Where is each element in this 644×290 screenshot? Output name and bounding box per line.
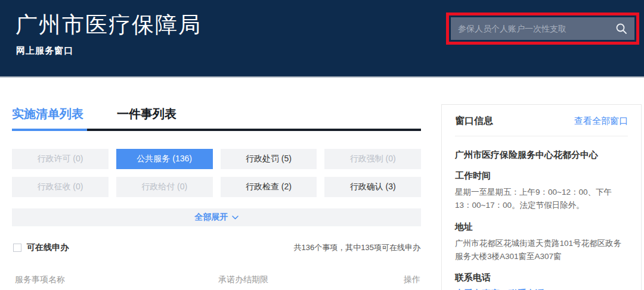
category-filter-grid: 行政许可 (0) 公共服务 (136) 行政处罚 (5) 行政强制 (0) 行政…: [12, 149, 421, 197]
page-header: 广州市医疗保障局 网上服务窗口: [0, 0, 644, 77]
filter-xingzheng-qiangzhi[interactable]: 行政强制 (0): [324, 149, 421, 169]
service-center-name: 广州市医疗保险服务中心花都分中心: [455, 149, 628, 161]
site-title: 广州市医疗保障局: [16, 10, 202, 40]
online-filter-row: 可在线申办 共136个事项，其中135项可在线申办: [12, 242, 421, 253]
column-deadline: 承诺办结期限: [218, 275, 404, 285]
address-text: 广州市花都区花城街道天贵路101号花都区政务服务大楼3楼A301窗至A307窗: [455, 237, 628, 263]
active-tab-indicator: [12, 129, 87, 131]
filter-xingzheng-zhengshou[interactable]: 行政征收 (0): [12, 177, 109, 197]
filter-gonggong-fuwu[interactable]: 公共服务 (136): [116, 149, 213, 169]
tab-implementation-list[interactable]: 实施清单列表: [12, 106, 83, 129]
tab-underline: [12, 129, 421, 131]
annotation-highlight-box: [446, 13, 639, 45]
window-info-card: 窗口信息 查看全部窗口 广州市医疗保险服务中心花都分中心 工作时间 星期一至星期…: [441, 104, 642, 290]
search-box[interactable]: [451, 17, 634, 40]
search-input[interactable]: [458, 24, 611, 33]
work-time-label: 工作时间: [455, 170, 628, 182]
expand-all-label: 全部展开: [195, 212, 228, 223]
items-count-summary: 共136个事项，其中135项可在线申办: [294, 242, 420, 253]
tab-underline-rest: [87, 129, 421, 131]
filter-xingzheng-xuke[interactable]: 行政许可 (0): [12, 149, 109, 169]
window-info-panel: 窗口信息 查看全部窗口 广州市医疗保险服务中心花都分中心 工作时间 星期一至星期…: [441, 104, 642, 290]
window-info-title: 窗口信息: [455, 115, 493, 127]
main-content: 实施清单列表 一件事列表 行政许可 (0) 公共服务 (136) 行政处罚 (5…: [0, 77, 644, 290]
card-divider: [455, 136, 628, 136]
work-time-text: 星期一至星期五：上午9：00~12：00、下午13：00~17：00。法定节假日…: [455, 186, 628, 212]
filter-xingzheng-jifu[interactable]: 行政给付 (0): [116, 177, 213, 197]
online-apply-label: 可在线申办: [27, 242, 69, 253]
column-action: 操作: [404, 275, 421, 285]
view-all-windows-link[interactable]: 查看全部窗口: [574, 116, 628, 127]
window-info-header: 窗口信息 查看全部窗口: [455, 115, 628, 127]
chevron-down-icon: [232, 216, 239, 220]
online-apply-checkbox[interactable]: [13, 244, 21, 252]
filter-xingzheng-queren[interactable]: 行政确认 (3): [324, 177, 421, 197]
table-header-row: 服务事项名称 承诺办结期限 操作: [12, 275, 421, 285]
phone-label: 联系电话: [455, 272, 628, 283]
site-subtitle: 网上服务窗口: [16, 45, 73, 57]
address-label: 地址: [455, 222, 628, 233]
online-apply-checkbox-wrap[interactable]: 可在线申办: [12, 242, 69, 253]
tab-bar: 实施清单列表 一件事列表: [12, 106, 421, 129]
expand-all-button[interactable]: 全部展开: [12, 208, 421, 226]
filter-xingzheng-chufa[interactable]: 行政处罚 (5): [221, 149, 317, 169]
column-service-name: 服务事项名称: [15, 275, 218, 285]
filter-xingzheng-jiancha[interactable]: 行政检查 (2): [221, 177, 317, 197]
tab-one-thing-list[interactable]: 一件事列表: [117, 106, 177, 129]
service-list-panel: 实施清单列表 一件事列表 行政许可 (0) 公共服务 (136) 行政处罚 (5…: [12, 106, 421, 290]
search-icon[interactable]: [615, 23, 627, 35]
